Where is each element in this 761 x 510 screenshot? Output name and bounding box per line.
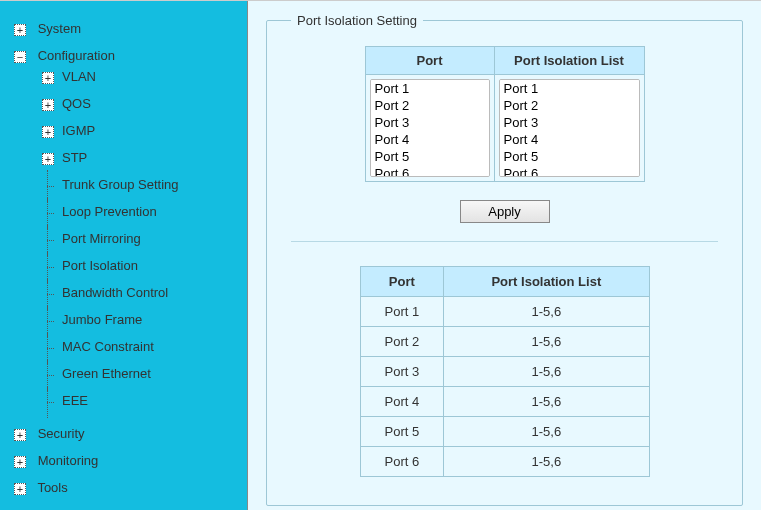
nav-label: Monitoring xyxy=(38,453,99,468)
tree-line-icon xyxy=(42,288,54,300)
expand-icon[interactable]: + xyxy=(42,99,54,111)
nav-configuration-children: +VLAN +QOS +IGMP +STP Trunk Group Settin… xyxy=(14,63,247,414)
collapse-icon[interactable]: − xyxy=(14,51,26,63)
nav-port-mirroring[interactable]: Port Mirroring xyxy=(34,225,247,252)
isolation-select-column: Port Isolation List Port 1Port 2Port 3Po… xyxy=(495,46,645,182)
cell-port: Port 6 xyxy=(360,447,444,477)
nav-qos[interactable]: +QOS xyxy=(34,90,247,117)
tree-line-icon xyxy=(42,369,54,381)
nav-label: Trunk Group Setting xyxy=(62,177,179,192)
nav-label: Security xyxy=(38,426,85,441)
isolation-option[interactable]: Port 3 xyxy=(500,114,639,131)
isolation-option[interactable]: Port 2 xyxy=(500,97,639,114)
cell-isolation: 1-5,6 xyxy=(444,297,649,327)
nav-label: Tools xyxy=(37,480,67,495)
main-content: Port Isolation Setting Port Port 1Port 2… xyxy=(248,1,761,510)
cell-port: Port 4 xyxy=(360,387,444,417)
port-option[interactable]: Port 2 xyxy=(371,97,489,114)
nav-label: Green Ethernet xyxy=(62,366,151,381)
nav-mac-constraint[interactable]: MAC Constraint xyxy=(34,333,247,360)
sidebar: + System − Configuration +VLAN +QOS +IGM… xyxy=(0,1,248,510)
tree-line-icon xyxy=(42,234,54,246)
isolation-select[interactable]: Port 1Port 2Port 3Port 4Port 5Port 6 xyxy=(499,79,640,177)
port-select-header: Port xyxy=(366,47,494,75)
nav-jumbo-frame[interactable]: Jumbo Frame xyxy=(34,306,247,333)
nav-label: IGMP xyxy=(62,123,95,138)
nav-stp[interactable]: +STP xyxy=(34,144,247,171)
nav-loop-prevention[interactable]: Loop Prevention xyxy=(34,198,247,225)
isolation-option[interactable]: Port 4 xyxy=(500,131,639,148)
panel-legend: Port Isolation Setting xyxy=(291,13,423,28)
expand-icon[interactable]: + xyxy=(42,72,54,84)
table-row: Port 41-5,6 xyxy=(360,387,649,417)
expand-icon[interactable]: + xyxy=(42,153,54,165)
app-window: + System − Configuration +VLAN +QOS +IGM… xyxy=(0,0,761,510)
nav-security[interactable]: + Security xyxy=(0,420,247,447)
isolation-option[interactable]: Port 5 xyxy=(500,148,639,165)
expand-icon[interactable]: + xyxy=(14,483,26,495)
port-option[interactable]: Port 3 xyxy=(371,114,489,131)
selector-row: Port Port 1Port 2Port 3Port 4Port 5Port … xyxy=(291,46,718,182)
port-select-column: Port Port 1Port 2Port 3Port 4Port 5Port … xyxy=(365,46,495,182)
cell-port: Port 2 xyxy=(360,327,444,357)
cell-port: Port 1 xyxy=(360,297,444,327)
nav-igmp[interactable]: +IGMP xyxy=(34,117,247,144)
cell-isolation: 1-5,6 xyxy=(444,417,649,447)
apply-button[interactable]: Apply xyxy=(460,200,550,223)
nav-label: Configuration xyxy=(38,48,115,63)
nav-label: Jumbo Frame xyxy=(62,312,142,327)
nav-label: Port Mirroring xyxy=(62,231,141,246)
tree-line-icon xyxy=(42,315,54,327)
result-header-port: Port xyxy=(360,267,444,297)
table-row: Port 31-5,6 xyxy=(360,357,649,387)
tree-line-icon xyxy=(42,342,54,354)
nav-label: Loop Prevention xyxy=(62,204,157,219)
expand-icon[interactable]: + xyxy=(14,429,26,441)
nav-label: EEE xyxy=(62,393,88,408)
port-option[interactable]: Port 6 xyxy=(371,165,489,177)
cell-port: Port 5 xyxy=(360,417,444,447)
nav-trunk-group[interactable]: Trunk Group Setting xyxy=(34,171,247,198)
nav-bandwidth-control[interactable]: Bandwidth Control xyxy=(34,279,247,306)
nav-label: Bandwidth Control xyxy=(62,285,168,300)
isolation-option[interactable]: Port 1 xyxy=(500,80,639,97)
cell-isolation: 1-5,6 xyxy=(444,327,649,357)
nav-label: STP xyxy=(62,150,87,165)
isolation-select-header: Port Isolation List xyxy=(495,47,644,75)
cell-isolation: 1-5,6 xyxy=(444,387,649,417)
isolation-result-table: Port Port Isolation List Port 11-5,6Port… xyxy=(360,266,650,477)
table-row: Port 21-5,6 xyxy=(360,327,649,357)
nav-configuration[interactable]: − Configuration +VLAN +QOS +IGMP +STP Tr… xyxy=(0,42,247,420)
cell-isolation: 1-5,6 xyxy=(444,447,649,477)
port-isolation-panel: Port Isolation Setting Port Port 1Port 2… xyxy=(266,13,743,506)
nav-green-ethernet[interactable]: Green Ethernet xyxy=(34,360,247,387)
nav-label: System xyxy=(38,21,81,36)
nav-label: MAC Constraint xyxy=(62,339,154,354)
nav-monitoring[interactable]: + Monitoring xyxy=(0,447,247,474)
port-option[interactable]: Port 1 xyxy=(371,80,489,97)
divider xyxy=(291,241,718,242)
isolation-option[interactable]: Port 6 xyxy=(500,165,639,177)
tree-line-icon xyxy=(42,180,54,192)
nav-vlan[interactable]: +VLAN xyxy=(34,63,247,90)
port-select[interactable]: Port 1Port 2Port 3Port 4Port 5Port 6 xyxy=(370,79,490,177)
expand-icon[interactable]: + xyxy=(42,126,54,138)
tree-line-icon xyxy=(42,207,54,219)
table-row: Port 51-5,6 xyxy=(360,417,649,447)
nav-port-isolation[interactable]: Port Isolation xyxy=(34,252,247,279)
result-header-isolation: Port Isolation List xyxy=(444,267,649,297)
port-option[interactable]: Port 5 xyxy=(371,148,489,165)
tree-line-icon xyxy=(42,396,54,408)
nav-system[interactable]: + System xyxy=(0,15,247,42)
expand-icon[interactable]: + xyxy=(14,456,26,468)
nav-label: QOS xyxy=(62,96,91,111)
nav-label: VLAN xyxy=(62,69,96,84)
table-row: Port 61-5,6 xyxy=(360,447,649,477)
nav-tools[interactable]: + Tools xyxy=(0,474,247,501)
table-row: Port 11-5,6 xyxy=(360,297,649,327)
port-option[interactable]: Port 4 xyxy=(371,131,489,148)
expand-icon[interactable]: + xyxy=(14,24,26,36)
cell-port: Port 3 xyxy=(360,357,444,387)
nav-eee[interactable]: EEE xyxy=(34,387,247,414)
cell-isolation: 1-5,6 xyxy=(444,357,649,387)
